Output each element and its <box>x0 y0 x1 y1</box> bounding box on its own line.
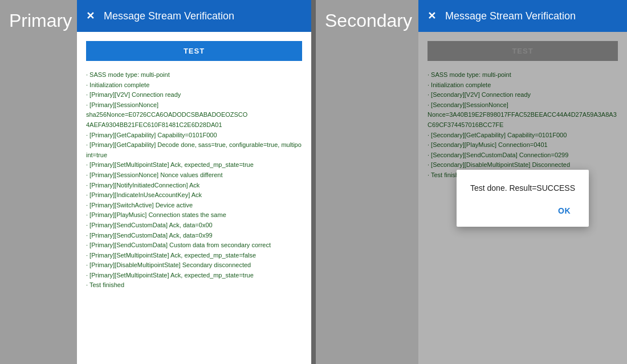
panel-divider <box>311 0 316 364</box>
right-dialog-title: Message Stream Verification <box>445 10 576 22</box>
ok-button[interactable]: OK <box>553 204 575 218</box>
left-close-button[interactable]: ✕ <box>86 10 95 22</box>
right-close-button[interactable]: ✕ <box>427 10 436 22</box>
left-dialog-body: TEST · SASS mode type: multi-point · Ini… <box>77 32 311 364</box>
right-dialog: ✕ Message Stream Verification TEST · SAS… <box>418 0 627 364</box>
right-panel: Secondary ✕ Message Stream Verification … <box>316 0 627 364</box>
result-dialog: Test done. Result=SUCCESS OK <box>457 170 589 227</box>
secondary-label: Secondary <box>325 10 412 31</box>
left-dialog: ✕ Message Stream Verification TEST · SAS… <box>77 0 311 364</box>
left-test-button[interactable]: TEST <box>86 41 302 61</box>
left-panel: Primary ✕ Message Stream Verification TE… <box>0 0 311 364</box>
left-dialog-container: ✕ Message Stream Verification TEST · SAS… <box>77 0 311 364</box>
left-log-output: · SASS mode type: multi-point · Initiali… <box>86 70 302 291</box>
right-dialog-body: TEST · SASS mode type: multi-point · Ini… <box>418 32 627 364</box>
ok-button-container: OK <box>470 204 575 218</box>
right-dialog-header: ✕ Message Stream Verification <box>418 0 627 32</box>
result-text: Test done. Result=SUCCESS <box>470 183 575 193</box>
primary-label: Primary <box>9 10 72 31</box>
left-dialog-title: Message Stream Verification <box>104 10 234 22</box>
primary-label-area: Primary <box>0 0 77 364</box>
result-overlay: Test done. Result=SUCCESS OK <box>418 32 627 364</box>
right-dialog-container: ✕ Message Stream Verification TEST · SAS… <box>418 0 627 364</box>
secondary-label-area: Secondary <box>316 0 418 364</box>
left-dialog-header: ✕ Message Stream Verification <box>77 0 311 32</box>
